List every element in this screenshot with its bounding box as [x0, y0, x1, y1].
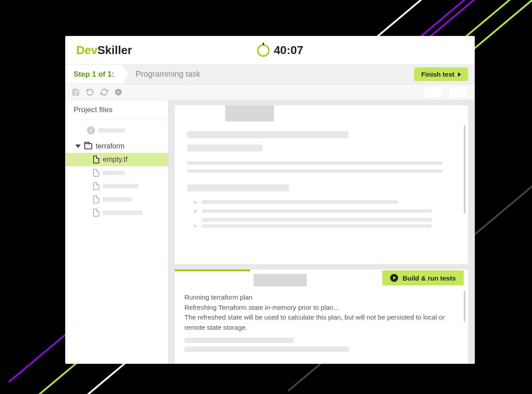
- finish-test-button[interactable]: Finish test: [414, 67, 468, 81]
- app-window: DevSkiller 40:07 Step 1 of 1: Programmin…: [65, 36, 475, 364]
- play-icon[interactable]: [114, 88, 122, 96]
- step-bar: Step 1 of 1: Programming task Finish tes…: [66, 65, 474, 84]
- editor-tabs: [175, 105, 468, 121]
- file-icon: [93, 195, 99, 203]
- stopwatch-icon: [257, 44, 270, 57]
- info-icon: i: [87, 126, 95, 134]
- project-sidebar: Project files i terraform empty.tf: [66, 100, 168, 363]
- step-indicator: Step 1 of 1:: [66, 65, 122, 84]
- editor-tab[interactable]: [225, 105, 274, 121]
- toolbar-button[interactable]: [449, 86, 468, 98]
- tree-info-row[interactable]: i: [66, 124, 168, 137]
- console-line: Refreshing Terraform state in-memory pri…: [184, 303, 458, 313]
- sidebar-title: Project files: [66, 100, 168, 120]
- tree-folder-terraform[interactable]: terraform: [66, 140, 168, 153]
- tree-file-placeholder[interactable]: [66, 166, 168, 179]
- tree-file-empty-tf[interactable]: empty.tf: [66, 153, 168, 166]
- play-circle-icon: [390, 274, 398, 282]
- console-line: Running terraform plan: [184, 293, 458, 303]
- console-output[interactable]: Running terraform plan Refreshing Terraf…: [175, 286, 468, 363]
- file-icon: [93, 209, 99, 217]
- editor-toolbar: [66, 84, 474, 100]
- editor-scrollbar[interactable]: [464, 125, 466, 214]
- editor-content[interactable]: [175, 121, 468, 264]
- file-icon: [93, 182, 99, 190]
- file-icon: [93, 156, 99, 164]
- folder-icon: [84, 143, 92, 149]
- chevron-right-icon: [458, 72, 461, 77]
- header: DevSkiller 40:07: [66, 36, 474, 65]
- logo: DevSkiller: [76, 43, 132, 57]
- step-label: Programming task: [136, 70, 200, 79]
- console-line: The refreshed state will be used to calc…: [184, 312, 458, 332]
- refresh-icon[interactable]: [100, 88, 108, 96]
- save-icon[interactable]: [72, 88, 80, 96]
- console-tab[interactable]: [254, 274, 307, 286]
- console-panel: Build & run tests Running terraform plan…: [175, 269, 468, 363]
- tree-file-placeholder[interactable]: [66, 193, 168, 206]
- editor-tab-active[interactable]: [175, 105, 223, 121]
- file-tree: i terraform empty.tf: [66, 120, 168, 223]
- console-tabs: Build & run tests: [175, 269, 468, 286]
- tree-file-placeholder[interactable]: [66, 179, 168, 193]
- timer-value: 40:07: [274, 43, 304, 57]
- caret-down-icon: [75, 144, 81, 148]
- file-icon: [93, 169, 99, 177]
- console-scrollbar[interactable]: [464, 291, 466, 322]
- tree-file-placeholder[interactable]: [66, 206, 168, 219]
- timer: 40:07: [257, 43, 304, 57]
- console-tab-active[interactable]: [175, 269, 250, 286]
- toolbar-button[interactable]: [423, 86, 442, 98]
- build-run-tests-button[interactable]: Build & run tests: [382, 270, 464, 285]
- editor-panel: [175, 105, 468, 264]
- undo-icon[interactable]: [86, 88, 94, 96]
